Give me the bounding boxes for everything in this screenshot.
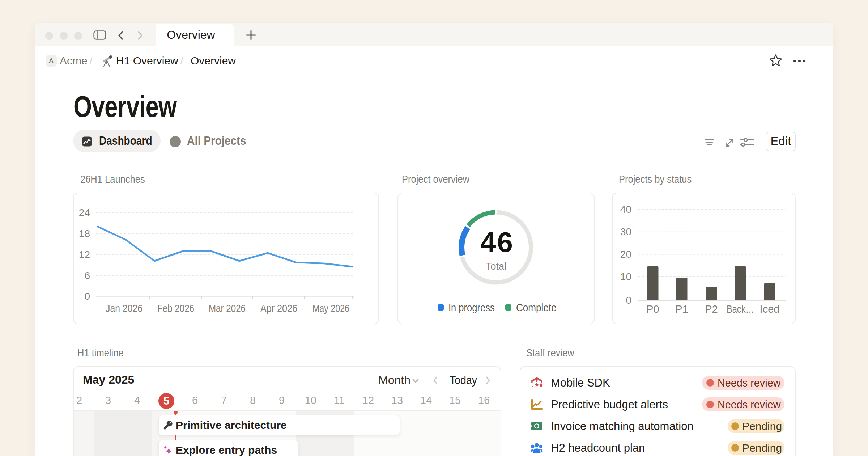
svg-text:12: 12: [79, 249, 90, 260]
svg-text:Jan 2026: Jan 2026: [106, 302, 142, 314]
svg-text:P1: P1: [675, 303, 688, 315]
svg-text:20: 20: [620, 249, 631, 260]
svg-text:0: 0: [626, 295, 631, 306]
svg-text:10: 10: [620, 271, 631, 282]
svg-text:6: 6: [84, 270, 90, 281]
svg-text:18: 18: [79, 228, 90, 239]
svg-text:P2: P2: [705, 303, 718, 315]
svg-text:Apr 2026: Apr 2026: [260, 302, 297, 314]
svg-text:Feb 2026: Feb 2026: [157, 302, 194, 314]
svg-text:Back…: Back…: [727, 303, 754, 315]
svg-text:P0: P0: [646, 303, 659, 315]
svg-text:May 2026: May 2026: [312, 302, 349, 314]
svg-text:30: 30: [620, 226, 631, 237]
svg-text:Iced: Iced: [760, 303, 780, 315]
svg-text:40: 40: [620, 204, 631, 215]
svg-text:Mar 2026: Mar 2026: [209, 302, 246, 314]
svg-text:0: 0: [84, 291, 90, 302]
svg-text:24: 24: [79, 207, 90, 218]
